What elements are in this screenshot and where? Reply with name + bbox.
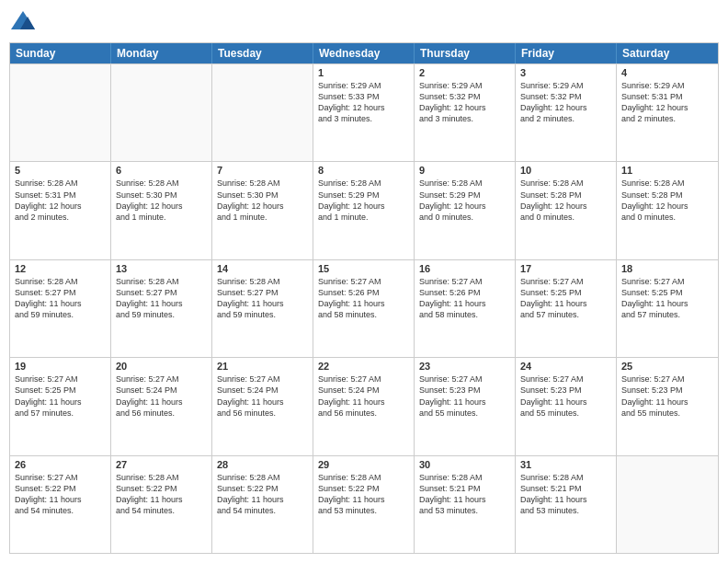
calendar-cell: 16Sunrise: 5:27 AM Sunset: 5:26 PM Dayli… — [415, 260, 516, 357]
day-info: Sunrise: 5:27 AM Sunset: 5:23 PM Dayligh… — [621, 373, 713, 419]
calendar-cell — [10, 64, 111, 161]
day-info: Sunrise: 5:27 AM Sunset: 5:25 PM Dayligh… — [520, 276, 611, 321]
header-day-tuesday: Tuesday — [212, 43, 313, 63]
day-info: Sunrise: 5:29 AM Sunset: 5:32 PM Dayligh… — [520, 80, 611, 125]
day-number: 4 — [621, 67, 713, 78]
day-number: 15 — [318, 263, 409, 274]
calendar-cell: 24Sunrise: 5:27 AM Sunset: 5:23 PM Dayli… — [516, 358, 617, 454]
day-info: Sunrise: 5:28 AM Sunset: 5:27 PM Dayligh… — [15, 276, 106, 321]
calendar-row-1: 1Sunrise: 5:29 AM Sunset: 5:33 PM Daylig… — [10, 63, 718, 161]
logo — [9, 9, 40, 37]
day-number: 29 — [318, 459, 409, 470]
day-number: 5 — [15, 165, 106, 176]
calendar-cell: 23Sunrise: 5:27 AM Sunset: 5:23 PM Dayli… — [415, 358, 516, 454]
calendar-cell: 6Sunrise: 5:28 AM Sunset: 5:30 PM Daylig… — [111, 162, 212, 259]
day-number: 17 — [520, 263, 611, 274]
day-number: 1 — [318, 67, 409, 78]
header-day-wednesday: Wednesday — [313, 43, 415, 63]
calendar-cell: 22Sunrise: 5:27 AM Sunset: 5:24 PM Dayli… — [313, 358, 415, 454]
calendar-header: SundayMondayTuesdayWednesdayThursdayFrid… — [10, 43, 718, 63]
day-number: 22 — [318, 361, 409, 372]
day-number: 20 — [116, 361, 207, 372]
day-info: Sunrise: 5:28 AM Sunset: 5:21 PM Dayligh… — [520, 472, 611, 517]
day-info: Sunrise: 5:28 AM Sunset: 5:28 PM Dayligh… — [520, 178, 611, 223]
header-day-sunday: Sunday — [10, 43, 111, 63]
calendar-row-2: 5Sunrise: 5:28 AM Sunset: 5:31 PM Daylig… — [10, 161, 718, 259]
day-number: 18 — [621, 263, 713, 274]
calendar-cell: 1Sunrise: 5:29 AM Sunset: 5:33 PM Daylig… — [313, 64, 415, 161]
day-info: Sunrise: 5:28 AM Sunset: 5:29 PM Dayligh… — [419, 178, 510, 223]
calendar-cell: 9Sunrise: 5:28 AM Sunset: 5:29 PM Daylig… — [415, 162, 516, 259]
day-number: 6 — [116, 165, 207, 176]
calendar-cell: 19Sunrise: 5:27 AM Sunset: 5:25 PM Dayli… — [10, 358, 111, 454]
calendar-cell — [212, 64, 313, 161]
calendar-cell: 20Sunrise: 5:27 AM Sunset: 5:24 PM Dayli… — [111, 358, 212, 454]
calendar-cell: 30Sunrise: 5:28 AM Sunset: 5:21 PM Dayli… — [415, 456, 516, 553]
calendar-row-4: 19Sunrise: 5:27 AM Sunset: 5:25 PM Dayli… — [10, 357, 718, 454]
header-day-monday: Monday — [111, 43, 212, 63]
calendar-cell: 15Sunrise: 5:27 AM Sunset: 5:26 PM Dayli… — [313, 260, 415, 357]
day-number: 9 — [419, 165, 510, 176]
calendar-cell: 18Sunrise: 5:27 AM Sunset: 5:25 PM Dayli… — [617, 260, 718, 357]
day-info: Sunrise: 5:28 AM Sunset: 5:22 PM Dayligh… — [116, 472, 207, 517]
day-info: Sunrise: 5:28 AM Sunset: 5:30 PM Dayligh… — [116, 178, 207, 223]
day-info: Sunrise: 5:29 AM Sunset: 5:33 PM Dayligh… — [318, 80, 409, 125]
day-number: 8 — [318, 165, 409, 176]
day-number: 3 — [520, 67, 611, 78]
calendar-cell: 4Sunrise: 5:29 AM Sunset: 5:31 PM Daylig… — [617, 64, 718, 161]
day-number: 25 — [621, 361, 713, 372]
day-info: Sunrise: 5:27 AM Sunset: 5:25 PM Dayligh… — [621, 276, 713, 321]
day-number: 12 — [15, 263, 106, 274]
day-info: Sunrise: 5:27 AM Sunset: 5:22 PM Dayligh… — [15, 472, 106, 517]
page: SundayMondayTuesdayWednesdayThursdayFrid… — [0, 0, 728, 563]
calendar-cell: 8Sunrise: 5:28 AM Sunset: 5:29 PM Daylig… — [313, 162, 415, 259]
day-info: Sunrise: 5:27 AM Sunset: 5:24 PM Dayligh… — [116, 373, 207, 419]
calendar-cell: 29Sunrise: 5:28 AM Sunset: 5:22 PM Dayli… — [313, 456, 415, 553]
day-number: 19 — [15, 361, 106, 372]
day-info: Sunrise: 5:28 AM Sunset: 5:22 PM Dayligh… — [318, 472, 409, 517]
day-info: Sunrise: 5:28 AM Sunset: 5:31 PM Dayligh… — [15, 178, 106, 223]
day-number: 30 — [419, 459, 510, 470]
calendar-cell — [617, 456, 718, 553]
calendar: SundayMondayTuesdayWednesdayThursdayFrid… — [9, 42, 719, 554]
day-info: Sunrise: 5:27 AM Sunset: 5:23 PM Dayligh… — [419, 373, 510, 419]
calendar-cell: 28Sunrise: 5:28 AM Sunset: 5:22 PM Dayli… — [212, 456, 313, 553]
day-number: 14 — [217, 263, 308, 274]
header — [9, 9, 719, 37]
header-day-thursday: Thursday — [415, 43, 516, 63]
header-day-friday: Friday — [516, 43, 617, 63]
day-info: Sunrise: 5:28 AM Sunset: 5:21 PM Dayligh… — [419, 472, 510, 517]
calendar-cell: 5Sunrise: 5:28 AM Sunset: 5:31 PM Daylig… — [10, 162, 111, 259]
day-number: 2 — [419, 67, 510, 78]
calendar-cell: 14Sunrise: 5:28 AM Sunset: 5:27 PM Dayli… — [212, 260, 313, 357]
calendar-cell: 13Sunrise: 5:28 AM Sunset: 5:27 PM Dayli… — [111, 260, 212, 357]
day-info: Sunrise: 5:27 AM Sunset: 5:26 PM Dayligh… — [419, 276, 510, 321]
day-number: 7 — [217, 165, 308, 176]
day-number: 10 — [520, 165, 611, 176]
calendar-cell: 31Sunrise: 5:28 AM Sunset: 5:21 PM Dayli… — [516, 456, 617, 553]
day-info: Sunrise: 5:27 AM Sunset: 5:25 PM Dayligh… — [15, 373, 106, 419]
day-number: 26 — [15, 459, 106, 470]
calendar-row-5: 26Sunrise: 5:27 AM Sunset: 5:22 PM Dayli… — [10, 455, 718, 553]
calendar-cell: 11Sunrise: 5:28 AM Sunset: 5:28 PM Dayli… — [617, 162, 718, 259]
calendar-cell: 17Sunrise: 5:27 AM Sunset: 5:25 PM Dayli… — [516, 260, 617, 357]
calendar-cell: 7Sunrise: 5:28 AM Sunset: 5:30 PM Daylig… — [212, 162, 313, 259]
day-number: 28 — [217, 459, 308, 470]
day-info: Sunrise: 5:28 AM Sunset: 5:30 PM Dayligh… — [217, 178, 308, 223]
calendar-cell: 3Sunrise: 5:29 AM Sunset: 5:32 PM Daylig… — [516, 64, 617, 161]
calendar-cell: 21Sunrise: 5:27 AM Sunset: 5:24 PM Dayli… — [212, 358, 313, 454]
calendar-cell: 2Sunrise: 5:29 AM Sunset: 5:32 PM Daylig… — [415, 64, 516, 161]
day-number: 11 — [621, 165, 713, 176]
calendar-body: 1Sunrise: 5:29 AM Sunset: 5:33 PM Daylig… — [10, 63, 718, 553]
day-number: 21 — [217, 361, 308, 372]
calendar-cell: 12Sunrise: 5:28 AM Sunset: 5:27 PM Dayli… — [10, 260, 111, 357]
day-number: 16 — [419, 263, 510, 274]
day-number: 27 — [116, 459, 207, 470]
calendar-row-3: 12Sunrise: 5:28 AM Sunset: 5:27 PM Dayli… — [10, 259, 718, 357]
day-number: 13 — [116, 263, 207, 274]
day-info: Sunrise: 5:28 AM Sunset: 5:29 PM Dayligh… — [318, 178, 409, 223]
day-info: Sunrise: 5:28 AM Sunset: 5:22 PM Dayligh… — [217, 472, 308, 517]
day-info: Sunrise: 5:28 AM Sunset: 5:27 PM Dayligh… — [116, 276, 207, 321]
day-info: Sunrise: 5:27 AM Sunset: 5:23 PM Dayligh… — [520, 373, 611, 419]
day-info: Sunrise: 5:28 AM Sunset: 5:27 PM Dayligh… — [217, 276, 308, 321]
